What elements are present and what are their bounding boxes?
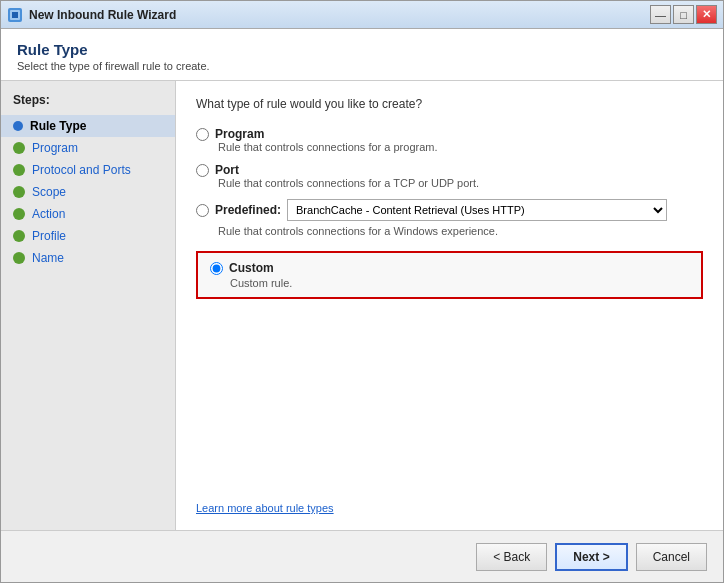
desc-program: Rule that controls connections for a pro… bbox=[218, 141, 703, 153]
step-dot-scope bbox=[13, 186, 25, 198]
right-panel: What type of rule would you like to crea… bbox=[176, 81, 723, 530]
option-program: Program Rule that controls connections f… bbox=[196, 127, 703, 153]
sidebar: Steps: Rule Type Program Protocol and Po… bbox=[1, 81, 176, 530]
sidebar-item-scope[interactable]: Scope bbox=[1, 181, 175, 203]
sidebar-item-label-scope: Scope bbox=[32, 185, 66, 199]
learn-more-link[interactable]: Learn more about rule types bbox=[196, 482, 703, 514]
desc-predefined: Rule that controls connections for a Win… bbox=[218, 225, 703, 237]
step-dot-profile bbox=[13, 230, 25, 242]
back-button[interactable]: < Back bbox=[476, 543, 547, 571]
minimize-button[interactable]: — bbox=[650, 5, 671, 24]
window-icon bbox=[7, 7, 23, 23]
sidebar-item-profile[interactable]: Profile bbox=[1, 225, 175, 247]
desc-port: Rule that controls connections for a TCP… bbox=[218, 177, 703, 189]
sidebar-item-label-action: Action bbox=[32, 207, 65, 221]
sidebar-item-label-profile: Profile bbox=[32, 229, 66, 243]
option-custom-box: Custom Custom rule. bbox=[196, 251, 703, 299]
sidebar-item-label-name: Name bbox=[32, 251, 64, 265]
sidebar-item-label-rule-type: Rule Type bbox=[30, 119, 86, 133]
step-dot-name bbox=[13, 252, 25, 264]
question-text: What type of rule would you like to crea… bbox=[196, 97, 703, 111]
radio-port[interactable] bbox=[196, 164, 209, 177]
step-dot-action bbox=[13, 208, 25, 220]
svg-rect-2 bbox=[12, 12, 18, 18]
step-dot-protocol-ports bbox=[13, 164, 25, 176]
main-body: Steps: Rule Type Program Protocol and Po… bbox=[1, 81, 723, 530]
wizard-window: New Inbound Rule Wizard — □ ✕ Rule Type … bbox=[0, 0, 724, 583]
maximize-button[interactable]: □ bbox=[673, 5, 694, 24]
cancel-button[interactable]: Cancel bbox=[636, 543, 707, 571]
page-header: Rule Type Select the type of firewall ru… bbox=[1, 29, 723, 81]
close-button[interactable]: ✕ bbox=[696, 5, 717, 24]
label-custom[interactable]: Custom bbox=[229, 261, 274, 275]
rule-type-options: Program Rule that controls connections f… bbox=[196, 127, 703, 299]
sidebar-item-program[interactable]: Program bbox=[1, 137, 175, 159]
sidebar-item-label-protocol-ports: Protocol and Ports bbox=[32, 163, 131, 177]
steps-label: Steps: bbox=[1, 93, 175, 115]
page-subtitle: Select the type of firewall rule to crea… bbox=[17, 60, 707, 72]
sidebar-item-protocol-ports[interactable]: Protocol and Ports bbox=[1, 159, 175, 181]
page-title: Rule Type bbox=[17, 41, 707, 58]
window-controls: — □ ✕ bbox=[650, 5, 717, 24]
radio-custom[interactable] bbox=[210, 262, 223, 275]
radio-predefined[interactable] bbox=[196, 204, 209, 217]
desc-custom: Custom rule. bbox=[230, 277, 689, 289]
label-program[interactable]: Program bbox=[215, 127, 264, 141]
sidebar-item-action[interactable]: Action bbox=[1, 203, 175, 225]
option-predefined: Predefined: BranchCache - Content Retrie… bbox=[196, 199, 703, 237]
radio-program[interactable] bbox=[196, 128, 209, 141]
window-title: New Inbound Rule Wizard bbox=[29, 8, 650, 22]
step-dot-rule-type bbox=[13, 121, 23, 131]
footer: < Back Next > Cancel bbox=[1, 530, 723, 582]
label-port[interactable]: Port bbox=[215, 163, 239, 177]
sidebar-item-rule-type[interactable]: Rule Type bbox=[1, 115, 175, 137]
sidebar-item-name[interactable]: Name bbox=[1, 247, 175, 269]
option-port: Port Rule that controls connections for … bbox=[196, 163, 703, 189]
next-button[interactable]: Next > bbox=[555, 543, 627, 571]
label-predefined[interactable]: Predefined: bbox=[215, 203, 281, 217]
title-bar: New Inbound Rule Wizard — □ ✕ bbox=[1, 1, 723, 29]
content-area: Rule Type Select the type of firewall ru… bbox=[1, 29, 723, 582]
sidebar-item-label-program: Program bbox=[32, 141, 78, 155]
predefined-select[interactable]: BranchCache - Content Retrieval (Uses HT… bbox=[287, 199, 667, 221]
step-dot-program bbox=[13, 142, 25, 154]
